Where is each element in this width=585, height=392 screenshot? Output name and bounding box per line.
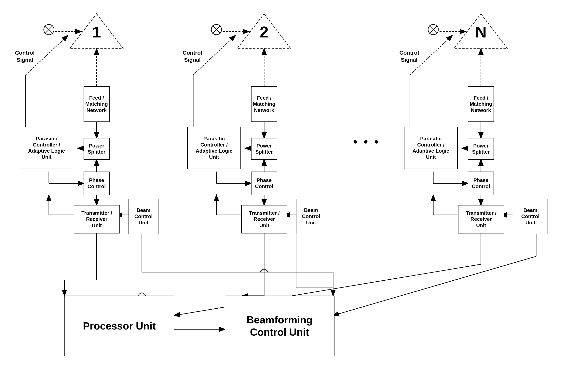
ellipsis-dots: • • • — [347, 134, 386, 150]
diagram: 1 Feed / Matching Network Power Splitter… — [0, 0, 585, 392]
power-splitter-2: Power Splitter — [251, 138, 277, 160]
phase-control-n: Phase Control — [468, 172, 494, 195]
control-signal-label-n: Control Signal — [395, 49, 423, 64]
parasitic-2: Parasitic Controller / Adaptive Logic Un… — [187, 127, 241, 169]
power-splitter-1: Power Splitter — [83, 138, 110, 160]
beam-control-n: Beam Control Unit — [513, 199, 548, 234]
beamforming-control-unit: Beamforming Control Unit — [225, 296, 335, 356]
svg-text:2: 2 — [260, 23, 269, 41]
connector-circle-n — [427, 24, 439, 36]
feed-matching-2: Feed / Matching Network — [251, 86, 277, 122]
svg-line-57 — [333, 256, 536, 316]
svg-text:N: N — [475, 23, 487, 41]
beam-control-2: Beam Control Unit — [296, 199, 326, 234]
control-signal-label-2: Control Signal — [179, 49, 206, 64]
feed-matching-1: Feed / Matching Network — [83, 86, 110, 122]
power-splitter-n: Power Splitter — [468, 138, 494, 160]
transmitter-n: Transmitter / Receiver Unit — [458, 205, 504, 234]
antenna-2-symbol: 2 — [235, 12, 293, 51]
transmitter-2: Transmitter / Receiver Unit — [241, 205, 287, 234]
connector-circle-1 — [43, 24, 55, 36]
beam-control-1: Beam Control Unit — [128, 199, 158, 234]
antenna-n-symbol: N — [452, 12, 510, 51]
phase-control-2: Phase Control — [251, 172, 277, 195]
parasitic-n: Parasitic Controller / Adaptive Logic Un… — [404, 127, 458, 169]
antenna-1-symbol: 1 — [68, 12, 125, 51]
parasitic-1: Parasitic Controller / Adaptive Logic Un… — [20, 127, 73, 169]
svg-text:1: 1 — [92, 23, 101, 41]
phase-control-1: Phase Control — [83, 172, 110, 195]
connector-circle-2 — [210, 24, 222, 36]
processor-unit: Processor Unit — [64, 296, 174, 356]
control-signal-label-1: Control Signal — [11, 49, 39, 64]
feed-matching-n: Feed / Matching Network — [468, 86, 494, 122]
transmitter-1: Transmitter / Receiver Unit — [74, 205, 120, 234]
